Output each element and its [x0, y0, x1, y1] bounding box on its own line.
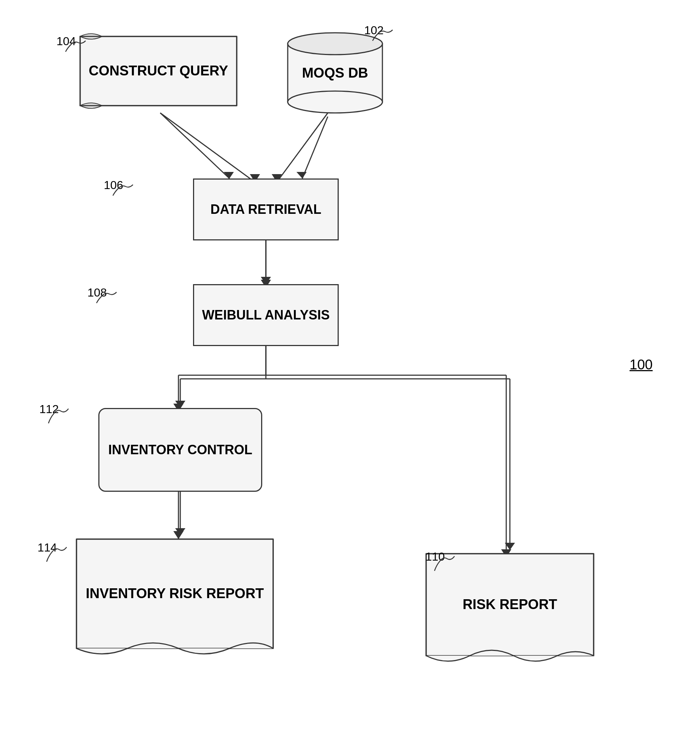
weibull-analysis-node: WEIBULL ANALYSIS [193, 284, 339, 346]
svg-marker-41 [505, 543, 515, 550]
svg-marker-31 [224, 172, 234, 178]
moqs-db-label: MOQS DB [288, 44, 382, 102]
data-retrieval-node: DATA RETRIEVAL [193, 178, 339, 241]
svg-marker-35 [261, 277, 271, 284]
risk-report-label: RISK REPORT [426, 554, 594, 656]
diagram-ref-100: 100 [630, 357, 653, 373]
construct-query-node: CONSTRUCT QUERY [73, 29, 244, 113]
construct-query-label: CONSTRUCT QUERY [73, 29, 244, 113]
inventory-risk-report-node: INVENTORY RISK REPORT [73, 536, 277, 667]
svg-marker-43 [175, 528, 185, 536]
data-retrieval-label: DATA RETRIEVAL [210, 201, 322, 218]
svg-marker-39 [175, 401, 185, 408]
diagram-container: 100 CONSTRUCT QUERY 104 [0, 0, 700, 730]
inventory-risk-report-label: INVENTORY RISK REPORT [76, 539, 273, 648]
inventory-control-node: INVENTORY CONTROL [98, 408, 262, 492]
svg-line-0 [160, 113, 255, 182]
svg-line-32 [302, 117, 328, 178]
ref-106: 106 [104, 178, 123, 192]
svg-line-2 [277, 113, 328, 182]
inventory-control-label: INVENTORY CONTROL [108, 441, 252, 458]
ref-102: 102 [364, 24, 384, 37]
ref-108: 108 [88, 286, 107, 299]
ref-104: 104 [57, 35, 76, 48]
ref-114: 114 [38, 541, 57, 555]
risk-report-node: RISK REPORT [423, 550, 597, 674]
ref-112: 112 [39, 403, 58, 416]
ref-110: 110 [425, 550, 445, 564]
svg-line-30 [160, 113, 229, 178]
weibull-analysis-label: WEIBULL ANALYSIS [202, 307, 330, 324]
svg-marker-33 [296, 172, 307, 178]
